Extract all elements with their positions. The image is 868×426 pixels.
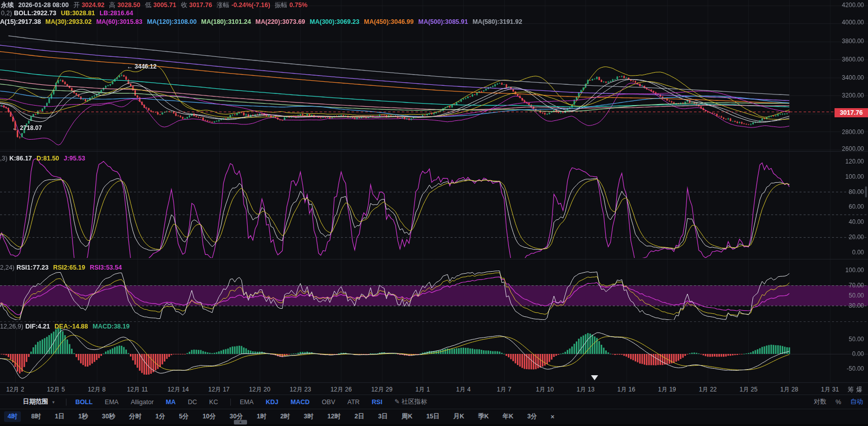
timeframe-tab-季K[interactable]: 季K bbox=[474, 411, 493, 422]
date-label: 12月 23 bbox=[290, 385, 311, 394]
scale-control-对数[interactable]: 对数 bbox=[814, 398, 826, 406]
rsi-seg: RSI1:77.23 bbox=[17, 264, 49, 271]
price-axis-label: 2600.00 bbox=[828, 145, 864, 152]
kdj-axis-label: 100.00 bbox=[828, 173, 864, 180]
price-axis-label: 4200.00 bbox=[828, 2, 864, 9]
date-label: 1月 13 bbox=[577, 385, 595, 394]
rsi-axis-label: 30.00 bbox=[828, 302, 864, 309]
ohlc-info-line: 永续2026-01-28 08:00开3024.92高3028.50低3005.… bbox=[1, 1, 312, 10]
date-label: 1月 19 bbox=[658, 385, 676, 394]
indicator-button-ema[interactable]: EMA bbox=[105, 399, 119, 406]
timeframe-tab-1分[interactable]: 1分 bbox=[152, 411, 168, 422]
chip-distribution-button[interactable]: 筹 bbox=[848, 385, 854, 394]
edit-icon: ✎ bbox=[395, 398, 400, 405]
timeframe-tab-3分[interactable]: 3分 bbox=[524, 411, 540, 422]
date-label: 12月 20 bbox=[249, 385, 270, 394]
indicator-button-ema[interactable]: EMA bbox=[240, 399, 254, 406]
price-axis-label: 2800.00 bbox=[828, 128, 864, 136]
ohlc-seg: 收 bbox=[181, 2, 187, 9]
price-axis-label: 3400.00 bbox=[828, 74, 864, 81]
vertical-scrollbar[interactable] bbox=[865, 186, 867, 198]
timeframe-tab-1秒[interactable]: 1秒 bbox=[75, 411, 91, 422]
indicator-button-ma[interactable]: MA bbox=[166, 399, 176, 406]
boll-seg: LB:2816.64 bbox=[99, 10, 133, 17]
indicator-button-kc[interactable]: KC bbox=[209, 399, 218, 406]
price-axis-label: 4000.00 bbox=[828, 19, 864, 26]
timeframe-tab-2日[interactable]: 2日 bbox=[351, 411, 368, 422]
date-label: 1月 7 bbox=[497, 385, 511, 394]
kdj-seg: K:86.17 bbox=[10, 155, 32, 162]
indicator-button-alligator[interactable]: Alligator bbox=[131, 399, 154, 406]
date-label: 12月 17 bbox=[208, 385, 229, 394]
toolbar-divider bbox=[230, 399, 231, 406]
indicator-button-macd[interactable]: MACD bbox=[291, 399, 310, 406]
ohlc-seg: 2026-01-28 08:00 bbox=[18, 2, 68, 9]
timeframe-tab-5分[interactable]: 5分 bbox=[176, 411, 192, 422]
kdj-axis-label: 0.00 bbox=[828, 249, 864, 256]
indicator-button-dc[interactable]: DC bbox=[188, 399, 197, 406]
macd-axis-label: 50.00 bbox=[828, 336, 864, 343]
ohlc-seg: 高 bbox=[109, 2, 116, 9]
collapse-arrow-icon[interactable]: ▲ bbox=[234, 420, 247, 424]
kdj-axis-label: 60.00 bbox=[828, 203, 864, 210]
indicator-button-atr[interactable]: ATR bbox=[348, 399, 360, 406]
ohlc-seg: 3028.50 bbox=[118, 2, 141, 9]
date-label: 1月 16 bbox=[617, 385, 635, 394]
ohlc-seg: 3024.92 bbox=[82, 2, 105, 9]
rsi-seg: 2,24) bbox=[0, 264, 15, 271]
indicator-button-obv[interactable]: OBV bbox=[322, 399, 335, 406]
date-label: 1月 22 bbox=[699, 385, 716, 394]
indicator-button-boll[interactable]: BOLL bbox=[76, 399, 93, 406]
timeframe-tab-15日[interactable]: 15日 bbox=[423, 411, 443, 422]
rsi-axis-label: 100.00 bbox=[828, 267, 864, 274]
rsi-axis-label: 50.00 bbox=[828, 292, 864, 299]
toolbar-divider bbox=[66, 399, 66, 406]
indicator-button-rsi[interactable]: RSI bbox=[372, 399, 383, 406]
timeframe-tab-年K[interactable]: 年K bbox=[499, 411, 517, 422]
timeframe-tab-2时[interactable]: 2时 bbox=[276, 411, 293, 422]
macd-seg: DIF:4.21 bbox=[25, 323, 50, 330]
boll-seg: 0,2) bbox=[1, 10, 12, 17]
date-label: 12月 8 bbox=[88, 385, 106, 394]
timeframe-tab-分时[interactable]: 分时 bbox=[125, 411, 145, 422]
timeframe-tab-周K[interactable]: 周K bbox=[398, 411, 416, 422]
date-label: 1月 4 bbox=[456, 385, 471, 394]
timeframe-tab-月K[interactable]: 月K bbox=[450, 411, 468, 422]
date-label: 1月 31 bbox=[821, 385, 839, 394]
ohlc-seg: 3017.76 bbox=[189, 2, 212, 9]
date-range-dropdown[interactable]: 日期范围 bbox=[23, 398, 48, 406]
bottom-edge bbox=[0, 424, 868, 426]
remove-timeframe-button[interactable]: × bbox=[547, 412, 558, 421]
low-price-annotation: ← 2718.07 bbox=[12, 124, 42, 132]
scale-control-%[interactable]: % bbox=[836, 399, 841, 406]
community-indicators-button[interactable]: ✎社区指标 bbox=[395, 398, 427, 406]
timeframe-tab-1日[interactable]: 1日 bbox=[51, 411, 68, 422]
timeframe-tab-10分[interactable]: 10分 bbox=[199, 411, 219, 422]
date-label: 12月 26 bbox=[330, 385, 352, 394]
boll-seg: UB:3028.81 bbox=[61, 10, 95, 17]
kdj-seg: D:81.50 bbox=[37, 155, 59, 162]
timeframe-tab-12时[interactable]: 12时 bbox=[324, 411, 344, 422]
timeframe-tab-4时[interactable]: 4时 bbox=[4, 411, 21, 422]
macd-seg: 12,26,9) bbox=[0, 323, 23, 330]
ohlc-seg: 低 bbox=[145, 2, 152, 9]
ma-seg: MA(220):3073.69 bbox=[256, 18, 305, 25]
timeframe-tab-1时[interactable]: 1时 bbox=[253, 411, 270, 422]
macd-axis-label: 0.00 bbox=[828, 350, 864, 357]
date-label: 12月 14 bbox=[167, 385, 189, 394]
timeframe-tab-30秒[interactable]: 30秒 bbox=[98, 411, 119, 422]
date-label: 1月 25 bbox=[740, 385, 757, 394]
liquidation-button[interactable]: 爆 bbox=[856, 385, 862, 394]
date-label: 1月 10 bbox=[536, 385, 553, 394]
kdj-axis-label: 20.00 bbox=[828, 234, 864, 241]
last-price-badge: 3017.76 bbox=[835, 108, 868, 117]
timeframe-tab-8时[interactable]: 8时 bbox=[27, 411, 44, 422]
high-price-annotation: ← 3446.12 bbox=[127, 63, 157, 70]
timeframe-tab-3日[interactable]: 3日 bbox=[374, 411, 391, 422]
date-label: 1月 28 bbox=[780, 385, 798, 394]
scale-control-自动[interactable]: 自动 bbox=[850, 398, 863, 406]
timeframe-tab-3时[interactable]: 3时 bbox=[300, 411, 317, 422]
ma-seg: MA(60):3015.83 bbox=[96, 18, 143, 25]
indicator-button-kdj[interactable]: KDJ bbox=[266, 399, 279, 406]
macd-seg: DEA:-14.88 bbox=[55, 323, 88, 330]
